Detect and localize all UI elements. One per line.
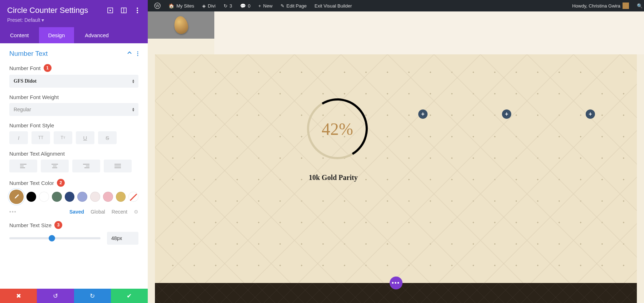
strikethrough-button[interactable]: S — [98, 131, 117, 144]
color-swatch-white[interactable] — [39, 192, 49, 202]
underline-button[interactable]: U — [76, 131, 94, 144]
marker-2: 2 — [57, 179, 65, 187]
preset-selector[interactable]: Preset: Default ▾ — [7, 17, 141, 23]
svg-point-9 — [137, 55, 138, 56]
preview-canvas: W 🏠 My Sites ◈ Divi ↻ 3 💬 0 + New ✎ Edit… — [148, 0, 644, 303]
color-tab-global[interactable]: Global — [91, 209, 105, 215]
divi-link[interactable]: ◈ Divi — [199, 3, 219, 9]
slider-thumb[interactable] — [49, 235, 55, 241]
color-swatch-black[interactable] — [26, 192, 36, 202]
cancel-button[interactable]: ✖ — [0, 289, 37, 303]
style-label: Number Font Style — [9, 122, 54, 128]
align-right-button[interactable] — [72, 160, 100, 172]
uppercase-button[interactable]: TT — [31, 131, 50, 144]
collapse-icon[interactable] — [127, 51, 132, 56]
updates-link[interactable]: ↻ 3 — [221, 3, 235, 9]
swatch-more-icon[interactable]: ••• — [9, 209, 17, 215]
add-module-button[interactable]: + — [502, 109, 511, 119]
weight-label: Number Font Weight — [9, 94, 59, 100]
svg-point-6 — [137, 12, 138, 13]
svg-text:W: W — [156, 4, 160, 8]
marker-3: 3 — [54, 221, 62, 229]
settings-sidebar: Circle Counter Settings Preset: Default … — [0, 0, 148, 303]
columns-icon[interactable] — [121, 7, 127, 14]
svg-point-1 — [109, 10, 111, 11]
color-label: Number Text Color — [9, 180, 54, 186]
font-label: Number Font — [9, 65, 41, 71]
font-select[interactable]: GFS Didot▴▾ — [9, 75, 138, 88]
color-swatch-none[interactable] — [128, 192, 138, 202]
exit-builder-link[interactable]: Exit Visual Builder — [312, 3, 355, 9]
color-tab-saved[interactable]: Saved — [69, 209, 84, 215]
settings-panel: Number Text Number Font1 GFS Didot▴▾ Num… — [0, 43, 148, 289]
align-justify-button[interactable] — [104, 160, 132, 172]
page-top-spacer — [214, 11, 644, 54]
section-title[interactable]: Number Text — [9, 50, 48, 58]
size-label: Number Text Size — [9, 222, 52, 228]
align-center-button[interactable] — [41, 160, 69, 172]
svg-point-7 — [137, 52, 138, 53]
size-slider[interactable] — [9, 237, 101, 239]
save-button[interactable]: ✔ — [111, 289, 148, 303]
select-arrows-icon: ▴▾ — [132, 107, 134, 112]
align-left-button[interactable] — [9, 160, 37, 172]
tab-design[interactable]: Design — [39, 27, 74, 43]
svg-point-5 — [137, 10, 138, 11]
product-image — [148, 11, 214, 39]
add-module-button[interactable]: + — [418, 109, 428, 119]
color-swatch-navy[interactable] — [65, 192, 75, 202]
avatar — [623, 3, 629, 9]
add-module-button[interactable]: + — [586, 109, 595, 119]
align-label: Number Text Alignment — [9, 151, 65, 157]
howdy-user[interactable]: Howdy, Christina Gwira — [569, 3, 632, 9]
counter-number: 42% — [307, 98, 368, 159]
color-swatch-pale[interactable] — [90, 192, 100, 202]
section-more-icon[interactable] — [137, 51, 138, 56]
builder-fab-button[interactable]: ••• — [390, 277, 402, 289]
tab-advanced[interactable]: Advanced — [74, 27, 118, 43]
color-settings-icon[interactable]: ⚙ — [134, 209, 138, 215]
color-swatch-lavender[interactable] — [77, 192, 87, 202]
counter-title: 10k Gold Parity — [309, 174, 358, 182]
pendant-icon — [173, 15, 189, 35]
comments-link[interactable]: 💬 0 — [237, 3, 253, 9]
wp-admin-bar: W 🏠 My Sites ◈ Divi ↻ 3 💬 0 + New ✎ Edit… — [148, 0, 644, 11]
color-swatch-pink[interactable] — [103, 192, 113, 202]
smallcaps-button[interactable]: TT — [54, 131, 72, 144]
svg-point-8 — [137, 53, 138, 54]
size-value-input[interactable]: 48px — [107, 232, 138, 245]
sidebar-header: Circle Counter Settings Preset: Default … — [0, 0, 148, 27]
content-section[interactable] — [155, 54, 637, 303]
action-bar: ✖ ↺ ↻ ✔ — [0, 289, 148, 303]
svg-point-4 — [137, 8, 138, 9]
new-link[interactable]: + New — [255, 3, 275, 9]
color-tab-recent[interactable]: Recent — [112, 209, 127, 215]
settings-title: Circle Counter Settings — [7, 6, 88, 15]
search-icon[interactable]: 🔍 — [634, 3, 640, 9]
circle-counter-module[interactable]: 42% — [307, 98, 368, 159]
eyedropper-swatch[interactable] — [9, 190, 24, 204]
my-sites-link[interactable]: 🏠 My Sites — [166, 3, 197, 9]
color-swatch-green[interactable] — [52, 192, 62, 202]
marker-1: 1 — [44, 64, 52, 72]
wp-logo-icon[interactable]: W — [151, 3, 164, 9]
weight-select[interactable]: Regular▴▾ — [9, 103, 138, 116]
italic-button[interactable]: I — [9, 131, 28, 144]
more-icon[interactable] — [134, 7, 141, 14]
settings-tabs: Content Design Advanced — [0, 27, 148, 43]
tab-content[interactable]: Content — [0, 27, 39, 43]
redo-button[interactable]: ↻ — [74, 289, 111, 303]
select-arrows-icon: ▴▾ — [132, 79, 134, 83]
undo-button[interactable]: ↺ — [37, 289, 74, 303]
color-swatch-gold[interactable] — [116, 192, 126, 202]
edit-page-link[interactable]: ✎ Edit Page — [278, 3, 309, 9]
expand-icon[interactable] — [107, 7, 113, 14]
